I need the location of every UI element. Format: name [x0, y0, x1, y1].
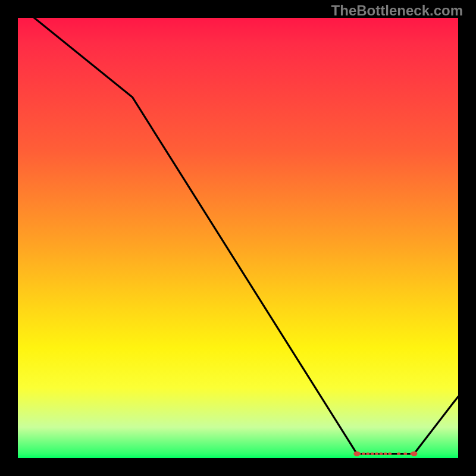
- curve-line: [18, 5, 458, 454]
- bottleneck-curve: [18, 18, 458, 458]
- optimal-dash: [362, 452, 365, 455]
- optimal-dash: [375, 452, 378, 455]
- chart-canvas: TheBottleneck.com: [0, 0, 476, 476]
- optimal-dash: [371, 452, 374, 455]
- optimal-dash: [380, 452, 383, 455]
- optimal-dash: [358, 452, 361, 455]
- optimal-dash: [384, 452, 387, 455]
- optimal-dash: [410, 452, 414, 455]
- optimal-dash: [388, 452, 392, 455]
- optimal-dash: [403, 452, 407, 455]
- optimal-dash: [366, 452, 369, 455]
- watermark-label: TheBottleneck.com: [331, 2, 463, 19]
- optimal-dash: [397, 452, 400, 455]
- plot-area: [18, 18, 458, 458]
